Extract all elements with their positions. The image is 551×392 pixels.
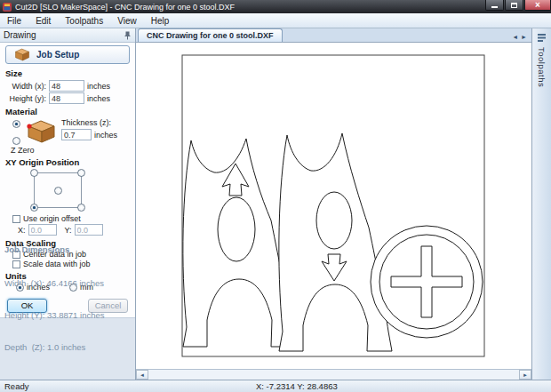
origin-bottom-right-radio[interactable] — [77, 204, 85, 212]
window-title: Cut2D [SLO MakerSpace] - CNC Drawing for… — [15, 3, 484, 12]
menu-toolpaths[interactable]: Toolpaths — [58, 15, 110, 27]
job-setup-icon — [13, 48, 30, 61]
scroll-left-button[interactable]: ◄ — [136, 370, 148, 380]
drawing-canvas[interactable] — [136, 43, 531, 369]
drawing-panel: Drawing Job Setup Size Widt — [0, 28, 136, 380]
menu-help[interactable]: Help — [144, 15, 177, 27]
pin-icon[interactable] — [124, 31, 132, 40]
drawing-panel-title: Drawing — [4, 30, 36, 40]
status-bar: Ready X: -7.2314 Y: 28.4863 — [0, 380, 551, 392]
height-input[interactable] — [49, 92, 84, 104]
job-dimensions-depth: Depth (Z): 1.0 inches — [4, 342, 131, 353]
z-zero-top-radio[interactable] — [12, 120, 20, 128]
close-icon: × — [535, 1, 540, 10]
thickness-units: inches — [94, 131, 117, 140]
part-right-oval-cutout[interactable] — [316, 192, 352, 249]
width-label: Width (x): — [5, 82, 46, 91]
status-ready: Ready — [4, 381, 28, 391]
document-tab-bar: CNC Drawing for one 0 stool.DXF ◄ ► — [136, 28, 531, 43]
origin-center-radio[interactable] — [54, 187, 62, 195]
z-zero-bottom-radio[interactable] — [12, 137, 20, 145]
maximize-button[interactable] — [505, 0, 523, 11]
scroll-left-icon: ◄ — [140, 372, 145, 378]
tab-scroll-left-icon[interactable]: ◄ — [512, 34, 518, 40]
height-label: Height (y): — [5, 94, 46, 103]
window-controls: × — [484, 0, 551, 13]
thickness-input[interactable] — [61, 129, 92, 140]
origin-offset-checkbox[interactable] — [12, 215, 20, 223]
horizontal-scrollbar[interactable]: ◄ ► — [136, 369, 531, 380]
menu-bar: File Edit Toolpaths View Help — [0, 13, 551, 28]
toolpaths-tab-label: Toolpaths — [537, 47, 547, 87]
menu-file[interactable]: File — [0, 15, 28, 27]
canvas-area: CNC Drawing for one 0 stool.DXF ◄ ► — [136, 28, 531, 380]
maximize-icon — [511, 3, 517, 8]
menu-edit[interactable]: Edit — [28, 15, 58, 27]
app-icon — [3, 3, 12, 12]
xy-origin-heading: XY Origin Position — [5, 157, 130, 167]
units-inches-radio[interactable] — [16, 284, 24, 292]
job-setup-button[interactable]: Job Setup — [5, 45, 130, 64]
title-bar: Cut2D [SLO MakerSpace] - CNC Drawing for… — [0, 0, 551, 13]
tab-scroll-right-icon[interactable]: ► — [521, 34, 527, 40]
origin-offset-label: Use origin offset — [23, 214, 81, 223]
units-mm-radio[interactable] — [69, 284, 77, 292]
z-zero-label: Z Zero — [11, 146, 130, 155]
origin-top-left-radio[interactable] — [30, 169, 38, 177]
size-heading: Size — [5, 68, 130, 78]
material-block-icon — [25, 118, 57, 145]
document-tab[interactable]: CNC Drawing for one 0 stool.DXF — [138, 28, 283, 42]
toolpaths-icon — [537, 33, 547, 43]
minimize-button[interactable] — [485, 0, 504, 11]
menu-view[interactable]: View — [110, 15, 144, 27]
material-heading: Material — [5, 107, 130, 116]
cursor-coordinates: X: -7.2314 Y: 28.4863 — [256, 381, 338, 391]
part-left-oval-cutout[interactable] — [218, 197, 255, 261]
origin-top-right-radio[interactable] — [77, 169, 85, 177]
height-units: inches — [87, 94, 110, 103]
z-zero-marker — [27, 124, 31, 128]
width-input[interactable] — [49, 80, 84, 92]
xy-origin-selector — [34, 172, 82, 208]
thickness-label: Thickness (z): — [61, 118, 117, 127]
close-button[interactable]: × — [524, 0, 551, 11]
scroll-right-icon: ► — [523, 372, 528, 378]
job-dimensions: Job Dimensions Width (X): 46.4166 inches… — [4, 223, 131, 374]
job-dimensions-height: Height (Y): 33.8871 inches — [4, 310, 131, 321]
toolpaths-tab[interactable]: Toolpaths — [531, 28, 551, 380]
scroll-right-button[interactable]: ► — [519, 370, 531, 380]
cnc-drawing[interactable] — [136, 43, 531, 369]
job-setup-label: Job Setup — [36, 50, 79, 60]
minimize-icon — [491, 6, 498, 8]
job-dimensions-heading: Job Dimensions — [4, 244, 131, 255]
width-units: inches — [87, 82, 110, 91]
z-zero-selector — [12, 118, 20, 145]
app-window: Cut2D [SLO MakerSpace] - CNC Drawing for… — [0, 0, 551, 392]
origin-bottom-left-radio[interactable] — [30, 204, 38, 212]
